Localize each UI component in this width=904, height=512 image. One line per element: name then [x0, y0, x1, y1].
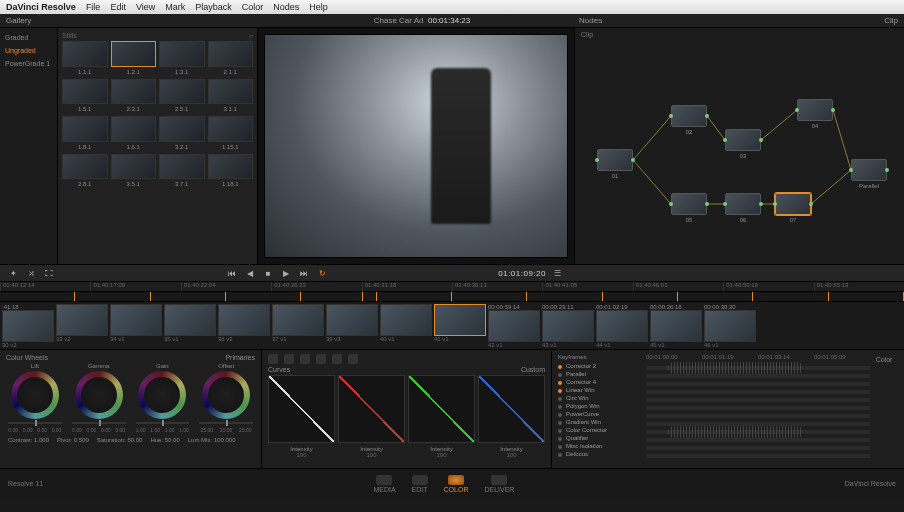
- page-deliver[interactable]: DELIVER: [484, 475, 514, 493]
- still-thumbnail[interactable]: 1.15.1: [208, 116, 254, 142]
- timeline-ruler[interactable]: 01:40:12:1401:40:17:0901:40:22:0401:40:2…: [0, 282, 904, 292]
- tool-icon[interactable]: [268, 354, 278, 364]
- still-thumbnail[interactable]: 2.1.1: [208, 41, 254, 67]
- tool-icon[interactable]: [300, 354, 310, 364]
- first-frame-icon[interactable]: ⏮: [225, 267, 239, 279]
- kf-track[interactable]: [646, 390, 870, 394]
- kf-track[interactable]: [646, 398, 870, 402]
- gallery-album-graded[interactable]: Graded: [2, 32, 55, 43]
- kf-item-defocus[interactable]: Defocus: [558, 450, 646, 458]
- play-icon[interactable]: ▶: [279, 267, 293, 279]
- os-menubar[interactable]: DaVinci ResolveFileEditViewMarkPlaybackC…: [0, 0, 904, 14]
- menu-view[interactable]: View: [136, 2, 155, 12]
- grab-still-icon[interactable]: ✦: [6, 267, 20, 279]
- node-01[interactable]: 01: [597, 149, 633, 171]
- color-wheel[interactable]: [11, 371, 59, 419]
- still-thumbnail[interactable]: 2.8.1: [62, 154, 108, 180]
- clip-thumbnail[interactable]: 36 v2: [218, 304, 270, 347]
- color-wheel[interactable]: [75, 371, 123, 419]
- node-04[interactable]: 04: [797, 99, 833, 121]
- clip-thumbnail[interactable]: 35 v1: [164, 304, 216, 347]
- clip-thumbnail[interactable]: 00:00:23:1143 v1: [542, 304, 594, 347]
- still-thumbnail[interactable]: 3.5.1: [111, 154, 157, 180]
- kf-item-polygon-win[interactable]: Polygon Win: [558, 402, 646, 410]
- kf-item-gradient-win[interactable]: Gradient Win: [558, 418, 646, 426]
- still-thumbnail[interactable]: 1.2.1: [111, 41, 157, 67]
- adjust-saturation[interactable]: Saturation: 50.00: [97, 437, 143, 443]
- kf-item-corrector-2[interactable]: Corrector 2: [558, 362, 646, 370]
- clip-thumbnail[interactable]: :41:1830 v2: [2, 304, 54, 347]
- color-wheel[interactable]: [202, 371, 250, 419]
- node-06[interactable]: 06: [725, 193, 761, 215]
- node-07[interactable]: 07: [775, 193, 811, 215]
- still-thumbnail[interactable]: 1.6.1: [111, 116, 157, 142]
- gallery-album-powergrade-1[interactable]: PowerGrade 1: [2, 58, 55, 69]
- node-editor[interactable]: Clip 01020304050607Parallel: [574, 28, 904, 264]
- kf-track[interactable]: [646, 438, 870, 442]
- menu-help[interactable]: Help: [309, 2, 328, 12]
- wheel-gamma[interactable]: Gamma0.000.000.000.00: [70, 363, 128, 433]
- curves-toolbar[interactable]: [268, 354, 545, 364]
- clip-thumbnail[interactable]: 37 v1: [272, 304, 324, 347]
- clip-thumbnail[interactable]: 00:00:59:1442 v1: [488, 304, 540, 347]
- master-slider[interactable]: [72, 422, 126, 424]
- kf-track[interactable]: [646, 414, 870, 418]
- kf-item-linear-win[interactable]: Linear Win: [558, 386, 646, 394]
- next-frame-icon[interactable]: ⏭: [297, 267, 311, 279]
- node-05[interactable]: 05: [671, 193, 707, 215]
- wheel-lift[interactable]: Lift0.000.000.000.00: [6, 363, 64, 433]
- menu-playback[interactable]: Playback: [195, 2, 232, 12]
- master-slider[interactable]: [136, 422, 190, 424]
- still-thumbnail[interactable]: 3.7.1: [159, 154, 205, 180]
- still-thumbnail[interactable]: 1.3.1: [159, 41, 205, 67]
- page-edit[interactable]: EDIT: [412, 475, 428, 493]
- tool-icon[interactable]: [284, 354, 294, 364]
- still-thumbnail[interactable]: 1.1.1: [62, 41, 108, 67]
- kf-item-circ-win[interactable]: Circ Win: [558, 394, 646, 402]
- kf-track[interactable]: [646, 382, 870, 386]
- prev-frame-icon[interactable]: ◀: [243, 267, 257, 279]
- keyframe-timeline[interactable]: 00:01:00:0000:01:01:1900:01:03:1400:01:0…: [646, 354, 870, 464]
- menu-mark[interactable]: Mark: [165, 2, 185, 12]
- still-thumbnail[interactable]: 2.5.1: [159, 79, 205, 105]
- adjust-lum-mix[interactable]: Lum Mix: 100.000: [188, 437, 236, 443]
- page-color[interactable]: COLOR: [444, 475, 469, 493]
- search-icon[interactable]: ⌕: [249, 32, 253, 39]
- page-media[interactable]: MEDIA: [373, 475, 395, 493]
- playhead[interactable]: [362, 292, 363, 301]
- kf-item-corrector-4[interactable]: Corrector 4: [558, 378, 646, 386]
- still-thumbnail[interactable]: 3.2.1: [159, 116, 205, 142]
- curve-luminance[interactable]: Intensity100: [268, 375, 335, 458]
- still-thumbnail[interactable]: 1.8.1: [62, 116, 108, 142]
- tool-icon[interactable]: [332, 354, 342, 364]
- master-slider[interactable]: [8, 422, 62, 424]
- primaries-mode[interactable]: Primaries: [225, 354, 255, 361]
- wheel-gain[interactable]: Gain1.001.001.001.00: [134, 363, 192, 433]
- clip-thumbnail[interactable]: 00:00:26:1845 v1: [650, 304, 702, 347]
- tc-menu-icon[interactable]: ☰: [550, 267, 564, 279]
- node-Parallel[interactable]: Parallel: [851, 159, 887, 181]
- menu-file[interactable]: File: [86, 2, 101, 12]
- node-03[interactable]: 03: [725, 129, 761, 151]
- kf-item-misc-isolation[interactable]: Misc Isolation: [558, 442, 646, 450]
- curves-mode[interactable]: Custom: [521, 366, 545, 373]
- clip-thumbnail[interactable]: 40 v1: [380, 304, 432, 347]
- clip-thumbnail[interactable]: 41 v1: [434, 304, 486, 347]
- master-slider[interactable]: [199, 422, 253, 424]
- kf-item-color-corrector[interactable]: Color Corrector: [558, 426, 646, 434]
- curve-green[interactable]: Intensity100: [408, 375, 475, 458]
- curve-red[interactable]: Intensity100: [338, 375, 405, 458]
- clip-thumbnail[interactable]: 00:01:02:1944 v1: [596, 304, 648, 347]
- kf-item-qualifier[interactable]: Qualifier: [558, 434, 646, 442]
- menu-edit[interactable]: Edit: [110, 2, 126, 12]
- still-thumbnail[interactable]: 3.1.1: [208, 79, 254, 105]
- adjust-pivot[interactable]: Pivot: 0.500: [57, 437, 89, 443]
- menu-color[interactable]: Color: [242, 2, 264, 12]
- adjust-hue[interactable]: Hue: 50.00: [150, 437, 179, 443]
- split-icon[interactable]: ⛶: [42, 267, 56, 279]
- clip-thumbnail[interactable]: 00:00:30:2046 v1: [704, 304, 756, 347]
- clip-thumbnail[interactable]: 33 v2: [56, 304, 108, 347]
- color-wheel[interactable]: [138, 371, 186, 419]
- still-thumbnail[interactable]: 1.5.1: [62, 79, 108, 105]
- stop-icon[interactable]: ■: [261, 267, 275, 279]
